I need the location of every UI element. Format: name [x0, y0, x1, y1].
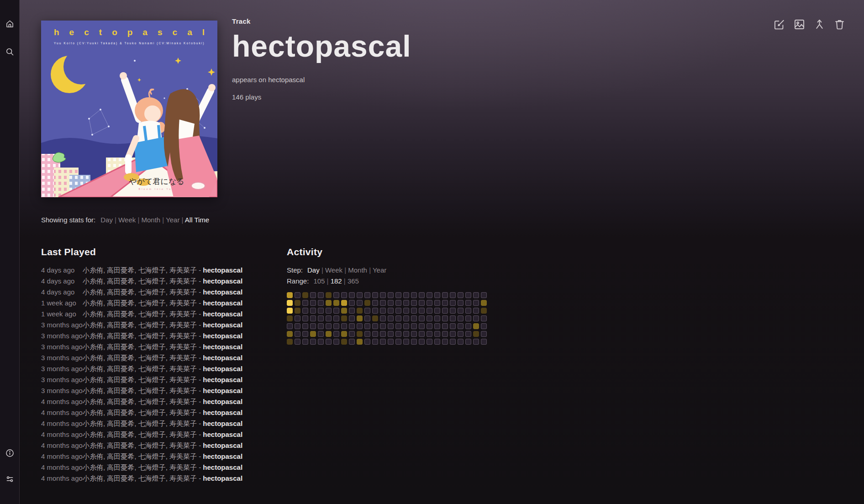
activity-cell[interactable]: [419, 339, 425, 345]
activity-cell[interactable]: [458, 331, 464, 337]
activity-cell[interactable]: [287, 331, 293, 337]
activity-cell[interactable]: [442, 339, 448, 345]
activity-cell[interactable]: [349, 331, 355, 337]
activity-cell[interactable]: [458, 300, 464, 306]
activity-cell[interactable]: [302, 323, 308, 329]
activity-cell[interactable]: [450, 323, 456, 329]
activity-cell[interactable]: [357, 292, 363, 298]
activity-cell[interactable]: [341, 300, 347, 306]
activity-cell[interactable]: [326, 308, 332, 314]
activity-cell[interactable]: [403, 292, 409, 298]
activity-cell[interactable]: [318, 323, 324, 329]
activity-cell[interactable]: [364, 308, 370, 314]
scrobble-artists[interactable]: 小糸侑, 高田憂希, 七海燈子, 寿美菜子: [83, 441, 197, 449]
activity-cell[interactable]: [403, 323, 409, 329]
activity-cell[interactable]: [442, 300, 448, 306]
activity-cell[interactable]: [403, 300, 409, 306]
stats-option-month[interactable]: Month: [141, 216, 160, 224]
activity-cell[interactable]: [372, 315, 378, 321]
scrobble-artists[interactable]: 小糸侑, 高田憂希, 七海燈子, 寿美菜子: [83, 321, 197, 329]
activity-cell[interactable]: [403, 331, 409, 337]
activity-cell[interactable]: [326, 339, 332, 345]
scrobble-track[interactable]: hectopascal: [203, 266, 242, 274]
activity-cell[interactable]: [341, 339, 347, 345]
activity-cell[interactable]: [465, 315, 471, 321]
activity-cell[interactable]: [341, 292, 347, 298]
activity-cell[interactable]: [333, 323, 339, 329]
activity-cell[interactable]: [310, 308, 316, 314]
activity-cell[interactable]: [465, 292, 471, 298]
activity-cell[interactable]: [287, 323, 293, 329]
activity-cell[interactable]: [465, 339, 471, 345]
activity-cell[interactable]: [395, 292, 401, 298]
activity-cell[interactable]: [450, 292, 456, 298]
scrobble-artists[interactable]: 小糸侑, 高田憂希, 七海燈子, 寿美菜子: [83, 409, 197, 416]
activity-cell[interactable]: [427, 300, 432, 306]
activity-cell[interactable]: [349, 300, 355, 306]
activity-cell[interactable]: [473, 308, 479, 314]
activity-cell[interactable]: [349, 339, 355, 345]
edit-icon[interactable]: [773, 18, 785, 31]
activity-cell[interactable]: [372, 292, 378, 298]
activity-cell[interactable]: [403, 339, 409, 345]
activity-cell[interactable]: [388, 339, 394, 345]
activity-cell[interactable]: [318, 339, 324, 345]
activity-cell[interactable]: [380, 331, 386, 337]
scrobble-artists[interactable]: 小糸侑, 高田憂希, 七海燈子, 寿美菜子: [83, 343, 197, 351]
activity-cell[interactable]: [419, 331, 425, 337]
scrobble-artists[interactable]: 小糸侑, 高田憂希, 七海燈子, 寿美菜子: [83, 474, 197, 482]
activity-cell[interactable]: [388, 323, 394, 329]
activity-cell[interactable]: [326, 292, 332, 298]
activity-cell[interactable]: [434, 339, 440, 345]
scrobble-track[interactable]: hectopascal: [203, 365, 242, 373]
activity-cell[interactable]: [419, 308, 425, 314]
activity-cell[interactable]: [481, 308, 487, 314]
activity-cell[interactable]: [481, 315, 487, 321]
activity-cell[interactable]: [333, 292, 339, 298]
activity-cell[interactable]: [372, 323, 378, 329]
scrobble-track[interactable]: hectopascal: [203, 398, 242, 405]
activity-cell[interactable]: [295, 292, 300, 298]
activity-cell[interactable]: [302, 331, 308, 337]
activity-cell[interactable]: [434, 331, 440, 337]
settings-sliders-icon[interactable]: [5, 474, 15, 484]
activity-cell[interactable]: [333, 308, 339, 314]
activity-cell[interactable]: [302, 315, 308, 321]
activity-cell[interactable]: [287, 300, 293, 306]
activity-cell[interactable]: [349, 315, 355, 321]
scrobble-track[interactable]: hectopascal: [203, 288, 242, 296]
scrobble-artists[interactable]: 小糸侑, 高田憂希, 七海燈子, 寿美菜子: [83, 430, 197, 438]
activity-cell[interactable]: [450, 300, 456, 306]
activity-cell[interactable]: [295, 315, 300, 321]
range-option-182[interactable]: 182: [331, 277, 342, 285]
activity-cell[interactable]: [388, 331, 394, 337]
activity-cell[interactable]: [349, 292, 355, 298]
activity-cell[interactable]: [318, 331, 324, 337]
activity-cell[interactable]: [357, 339, 363, 345]
scrobble-track[interactable]: hectopascal: [203, 354, 242, 362]
activity-cell[interactable]: [395, 315, 401, 321]
activity-cell[interactable]: [434, 315, 440, 321]
activity-cell[interactable]: [458, 339, 464, 345]
activity-cell[interactable]: [295, 339, 300, 345]
activity-cell[interactable]: [302, 339, 308, 345]
activity-cell[interactable]: [442, 292, 448, 298]
activity-cell[interactable]: [427, 331, 432, 337]
activity-cell[interactable]: [310, 300, 316, 306]
scrobble-track[interactable]: hectopascal: [203, 277, 242, 285]
scrobble-artists[interactable]: 小糸侑, 高田憂希, 七海燈子, 寿美菜子: [83, 299, 197, 307]
scrobble-track[interactable]: hectopascal: [203, 332, 242, 340]
activity-cell[interactable]: [419, 323, 425, 329]
activity-cell[interactable]: [481, 300, 487, 306]
activity-cell[interactable]: [427, 323, 432, 329]
activity-cell[interactable]: [458, 315, 464, 321]
stats-option-week[interactable]: Week: [118, 216, 136, 224]
stats-option-year[interactable]: Year: [166, 216, 179, 224]
activity-cell[interactable]: [333, 315, 339, 321]
activity-cell[interactable]: [481, 331, 487, 337]
scrobble-artists[interactable]: 小糸侑, 高田憂希, 七海燈子, 寿美菜子: [83, 387, 197, 394]
activity-cell[interactable]: [465, 331, 471, 337]
activity-cell[interactable]: [473, 315, 479, 321]
scrobble-track[interactable]: hectopascal: [203, 299, 242, 307]
activity-cell[interactable]: [318, 292, 324, 298]
